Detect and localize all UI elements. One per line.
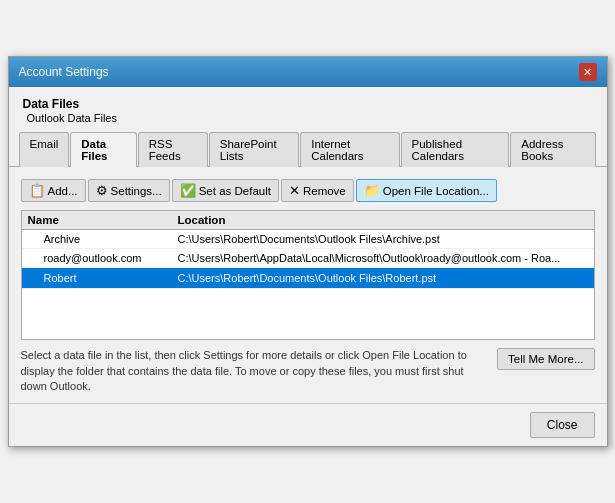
- list-header: Name Location: [22, 211, 594, 230]
- settings-button[interactable]: ⚙ Settings...: [88, 179, 170, 202]
- tab-published-calendars[interactable]: Published Calendars: [401, 132, 510, 167]
- info-text: Select a data file in the list, then cli…: [21, 348, 490, 394]
- row-location: C:\Users\Robert\Documents\Outlook Files\…: [178, 233, 588, 245]
- info-section: Select a data file in the list, then cli…: [21, 348, 595, 394]
- section-title: Data Files: [23, 97, 80, 111]
- tab-rss-feeds[interactable]: RSS Feeds: [138, 132, 208, 167]
- tab-address-books[interactable]: Address Books: [510, 132, 595, 167]
- tab-data-files[interactable]: Data Files: [70, 132, 136, 167]
- tab-sharepoint-lists[interactable]: SharePoint Lists: [209, 132, 299, 167]
- dialog-header: Data Files Outlook Data Files: [9, 87, 607, 131]
- bottom-bar: Close: [9, 403, 607, 446]
- row-name: Archive: [44, 233, 178, 245]
- remove-button[interactable]: ✕ Remove: [281, 179, 354, 202]
- remove-icon: ✕: [289, 183, 300, 198]
- tabs-bar: Email Data Files RSS Feeds SharePoint Li…: [9, 131, 607, 167]
- row-location: C:\Users\Robert\AppData\Local\Microsoft\…: [178, 252, 588, 264]
- folder-icon: 📁: [364, 183, 380, 198]
- row-check-icon: ✔: [28, 271, 44, 285]
- file-list: Name Location Archive C:\Users\Robert\Do…: [21, 210, 595, 340]
- location-column-header: Location: [178, 214, 588, 226]
- row-name: roady@outlook.com: [44, 252, 178, 264]
- table-row[interactable]: Archive C:\Users\Robert\Documents\Outloo…: [22, 230, 594, 249]
- dialog-title: Account Settings: [19, 65, 109, 79]
- set-default-button[interactable]: ✅ Set as Default: [172, 179, 279, 202]
- table-row[interactable]: ✔ Robert C:\Users\Robert\Documents\Outlo…: [22, 268, 594, 289]
- set-default-icon: ✅: [180, 183, 196, 198]
- settings-icon: ⚙: [96, 183, 108, 198]
- tell-me-more-button[interactable]: Tell Me More...: [497, 348, 594, 370]
- close-button[interactable]: Close: [530, 412, 595, 438]
- add-button[interactable]: 📋 Add...: [21, 179, 86, 202]
- row-name: Robert: [44, 272, 178, 284]
- account-settings-dialog: Account Settings ✕ Data Files Outlook Da…: [8, 56, 608, 446]
- tab-internet-calendars[interactable]: Internet Calendars: [300, 132, 399, 167]
- open-file-location-button[interactable]: 📁 Open File Location...: [356, 179, 497, 202]
- row-location: C:\Users\Robert\Documents\Outlook Files\…: [178, 272, 588, 284]
- dialog-body: 📋 Add... ⚙ Settings... ✅ Set as Default …: [9, 167, 607, 402]
- table-row[interactable]: roady@outlook.com C:\Users\Robert\AppDat…: [22, 249, 594, 268]
- name-column-header: Name: [28, 214, 178, 226]
- title-close-button[interactable]: ✕: [579, 63, 597, 81]
- add-icon: 📋: [29, 183, 45, 198]
- section-subtitle: Outlook Data Files: [27, 112, 117, 124]
- title-bar: Account Settings ✕: [9, 57, 607, 87]
- tab-email[interactable]: Email: [19, 132, 70, 167]
- toolbar: 📋 Add... ⚙ Settings... ✅ Set as Default …: [21, 175, 595, 206]
